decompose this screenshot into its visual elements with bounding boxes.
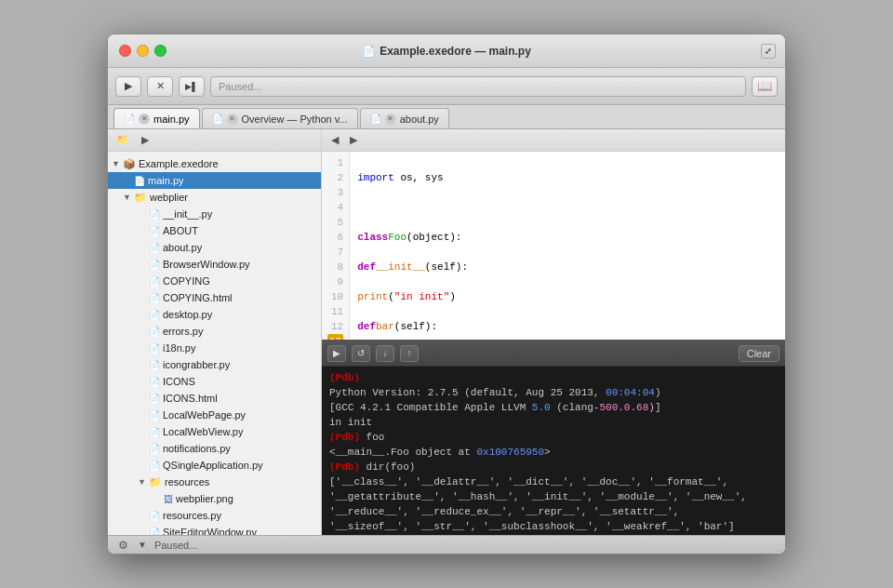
i18n-label: i18n.py [163, 342, 195, 354]
lwv-label: LocalWebView.py [163, 426, 243, 437]
root-triangle: ▼ [112, 159, 123, 168]
tab-main-py[interactable]: 📄 ✕ main.py [113, 108, 200, 128]
about-py-icon: 📄 [149, 243, 160, 253]
lwp-label: LocalWebPage.py [163, 409, 246, 421]
code-line-2 [357, 200, 778, 215]
icons-icon: 📄 [149, 377, 160, 387]
expand-button[interactable]: ⤢ [761, 44, 776, 59]
notif-icon: 📄 [149, 444, 160, 454]
errors-label: errors.py [163, 326, 203, 337]
tabs-bar: 📄 ✕ main.py 📄 ✕ Overview — Python v... 📄… [108, 105, 785, 129]
bw-icon: 📄 [149, 260, 160, 270]
window-title: 📄 Example.exedore — main.py [362, 45, 531, 58]
sidebar-item-notifications[interactable]: 📄 notifications.py [108, 440, 321, 457]
sidebar-item-copying-html[interactable]: 📄 COPYING.html [108, 289, 321, 306]
code-lines: 1 2 3 4 5 6 7 8 9 10 11 12 13 impo [322, 152, 785, 340]
step-button[interactable]: ▶▌ [179, 76, 205, 97]
tab-icon: 📄 [124, 114, 135, 124]
gear-icon[interactable]: ⚙ [115, 538, 130, 553]
status-bar: ⚙ ▼ Paused... [108, 535, 785, 554]
resources-label: resources [165, 476, 209, 488]
tree-root[interactable]: ▼ 📦 Example.exedore [108, 155, 321, 172]
sidebar-item-about[interactable]: 📄 ABOUT [108, 222, 321, 239]
main-content: 📁 ▶ ▼ 📦 Example.exedore 📄 main.py [108, 129, 785, 535]
traffic-lights [119, 45, 167, 57]
progress-bar: Paused... [210, 76, 746, 97]
icons-html-label: ICONS.html [163, 393, 218, 404]
sidebar-item-init[interactable]: 📄 __init__.py [108, 206, 321, 222]
debug-up-btn[interactable]: ↑ [400, 345, 419, 362]
webplier-triangle: ▼ [123, 193, 134, 202]
se-icon: 📄 [149, 528, 160, 536]
editor-nav: ◀ ▶ [322, 129, 785, 152]
debug-line-7: (Pdb) dir(foo) [329, 460, 778, 474]
title-icon: 📄 [362, 45, 376, 58]
sidebar-arrow-btn[interactable]: ▶ [136, 133, 154, 148]
debug-refresh-btn[interactable]: ↺ [352, 345, 370, 362]
close-button[interactable] [119, 45, 131, 57]
debug-line-9: '__getattribute__', '__hash__', '__init_… [329, 489, 778, 504]
debug-line-8: ['__class__', '__delattr__', '__dict__',… [329, 474, 778, 489]
icons-label: ICONS [163, 376, 195, 387]
progress-text: Paused... [219, 81, 261, 92]
debug-line-4: in init [329, 415, 778, 430]
lwv-icon: 📄 [149, 427, 160, 437]
maximize-button[interactable] [154, 45, 167, 57]
main-window: 📄 Example.exedore — main.py ⤢ ▶ ✕ ▶▌ Pau… [107, 33, 786, 555]
sidebar-item-icons[interactable]: 📄 ICONS [108, 373, 321, 390]
play-button[interactable]: ▶ [115, 76, 141, 97]
tab-overview-python[interactable]: 📄 ✕ Overview — Python v... [202, 108, 358, 128]
sidebar-item-main-py[interactable]: 📄 main.py [108, 172, 321, 189]
sidebar-folder-btn[interactable]: 📁 [113, 133, 132, 148]
root-label: Example.exedore [139, 158, 219, 169]
tab-icon-2: 📄 [212, 114, 223, 124]
tab-about-py[interactable]: 📄 ✕ about.py [360, 108, 449, 128]
debug-output[interactable]: (Pdb) Python Version: 2.7.5 (default, Au… [322, 367, 785, 535]
sidebar-item-resources[interactable]: ▼ 📁 resources [108, 474, 321, 490]
sidebar-item-about-py[interactable]: 📄 about.py [108, 239, 321, 256]
sidebar-item-localwebview[interactable]: 📄 LocalWebView.py [108, 423, 321, 440]
debug-line-5: (Pdb) foo [329, 430, 778, 445]
debug-down-btn[interactable]: ↓ [376, 345, 394, 362]
code-line-6: def bar(self): [357, 319, 778, 334]
book-button[interactable]: 📖 [752, 76, 778, 97]
tab-close-main-py[interactable]: ✕ [139, 114, 150, 125]
code-line-1: import os, sys [357, 170, 778, 185]
minimize-button[interactable] [137, 45, 149, 57]
sidebar-item-i18n[interactable]: 📄 i18n.py [108, 340, 321, 356]
debug-play-btn[interactable]: ▶ [327, 345, 346, 362]
sidebar-item-icongrabber[interactable]: 📄 icongrabber.py [108, 356, 321, 373]
debug-line-6: <__main__.Foo object at 0x100765950> [329, 445, 778, 460]
about-label: ABOUT [163, 225, 198, 236]
rpy-label: resources.py [163, 510, 221, 521]
errors-icon: 📄 [149, 327, 160, 337]
resources-folder-icon: 📁 [149, 476, 162, 488]
sidebar-item-copying[interactable]: 📄 COPYING [108, 273, 321, 289]
webplier-folder-icon: 📁 [134, 192, 147, 204]
sidebar-item-browserwindow[interactable]: 📄 BrowserWindow.py [108, 256, 321, 273]
sidebar-item-webplier-png[interactable]: 🖼 webplier.png [108, 490, 321, 507]
toolbar: ▶ ✕ ▶▌ Paused... 📖 [108, 68, 785, 105]
resources-triangle: ▼ [138, 477, 149, 487]
sidebar-item-desktop[interactable]: 📄 desktop.py [108, 306, 321, 323]
status-arrow-icon[interactable]: ▼ [138, 540, 147, 550]
icongrabber-label: icongrabber.py [163, 359, 230, 370]
sidebar-item-siteeditor[interactable]: 📄 SiteEditorWindow.py [108, 524, 321, 535]
stop-button[interactable]: ✕ [147, 76, 173, 97]
sidebar-item-icons-html[interactable]: 📄 ICONS.html [108, 390, 321, 407]
code-editor[interactable]: 1 2 3 4 5 6 7 8 9 10 11 12 13 impo [322, 152, 785, 340]
sidebar-item-resources-py[interactable]: 📄 resources.py [108, 507, 321, 524]
tab-close-about[interactable]: ✕ [385, 114, 396, 125]
sidebar-item-errors[interactable]: 📄 errors.py [108, 323, 321, 340]
icons-html-icon: 📄 [149, 394, 160, 404]
editor-forward-btn[interactable]: ▶ [346, 133, 361, 148]
sidebar-item-webplier[interactable]: ▼ 📁 webplier [108, 189, 321, 206]
tab-close-overview[interactable]: ✕ [227, 114, 238, 125]
tab-label-about: about.py [400, 114, 439, 125]
i18n-icon: 📄 [149, 343, 160, 354]
debug-clear-button[interactable]: Clear [739, 345, 780, 362]
sidebar-item-qsingle[interactable]: 📄 QSingleApplication.py [108, 457, 321, 474]
editor-back-btn[interactable]: ◀ [327, 133, 342, 148]
sidebar-item-localwebpage[interactable]: 📄 LocalWebPage.py [108, 407, 321, 423]
desktop-icon: 📄 [149, 310, 160, 320]
